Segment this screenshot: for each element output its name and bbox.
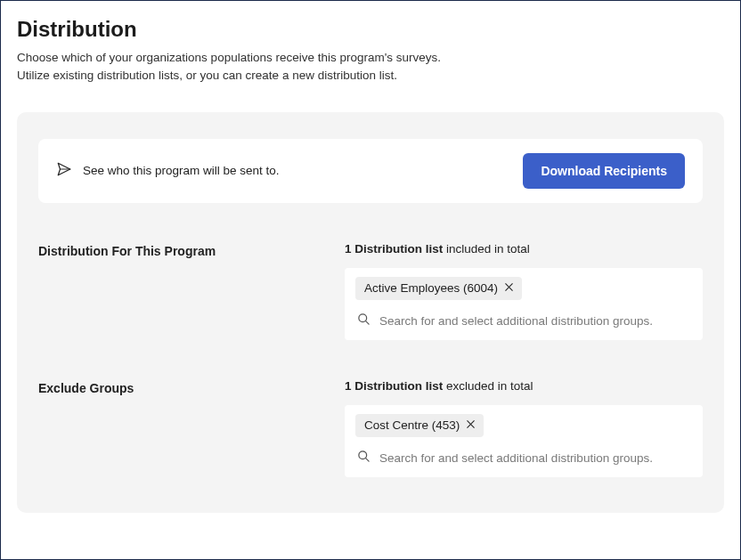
exclude-chip: Cost Centre (453) bbox=[355, 414, 484, 437]
include-list-edit: Active Employees (6004) bbox=[345, 268, 703, 340]
include-count: 1 Distribution list bbox=[345, 242, 443, 256]
send-icon bbox=[56, 161, 72, 181]
exclude-section: Exclude Groups 1 Distribution list exclu… bbox=[38, 379, 703, 477]
exclude-chip-label: Cost Centre (453) bbox=[364, 418, 460, 432]
exclude-section-label: Exclude Groups bbox=[38, 379, 323, 477]
distribution-page: Distribution Choose which of your organi… bbox=[0, 0, 741, 560]
banner-left: See who this program will be sent to. bbox=[56, 161, 280, 181]
exclude-search-input[interactable] bbox=[378, 450, 692, 466]
include-tail: included in total bbox=[443, 242, 530, 256]
include-section: Distribution For This Program 1 Distribu… bbox=[38, 242, 703, 340]
exclude-list-edit: Cost Centre (453) bbox=[345, 405, 703, 477]
exclude-section-body: 1 Distribution list excluded in total Co… bbox=[345, 379, 703, 477]
include-chip: Active Employees (6004) bbox=[355, 277, 522, 300]
close-icon[interactable] bbox=[465, 418, 476, 433]
recipients-banner: See who this program will be sent to. Do… bbox=[38, 139, 703, 203]
include-section-body: 1 Distribution list included in total Ac… bbox=[345, 242, 703, 340]
exclude-tail: excluded in total bbox=[443, 379, 533, 393]
include-search-input[interactable] bbox=[378, 313, 692, 329]
exclude-count: 1 Distribution list bbox=[345, 379, 443, 393]
download-recipients-button[interactable]: Download Recipients bbox=[523, 153, 685, 189]
search-icon bbox=[357, 450, 370, 467]
svg-line-8 bbox=[365, 458, 369, 461]
main-panel: See who this program will be sent to. Do… bbox=[17, 112, 724, 513]
include-chip-label: Active Employees (6004) bbox=[364, 281, 498, 295]
banner-text: See who this program will be sent to. bbox=[83, 164, 280, 177]
include-summary: 1 Distribution list included in total bbox=[345, 242, 703, 256]
include-search-row bbox=[355, 307, 692, 335]
exclude-search-row bbox=[355, 444, 692, 472]
page-description-line1: Choose which of your organizations popul… bbox=[17, 51, 441, 64]
page-description-line2: Utilize existing distribution lists, or … bbox=[17, 69, 397, 82]
search-icon bbox=[357, 312, 370, 329]
include-section-label: Distribution For This Program bbox=[38, 242, 323, 340]
exclude-summary: 1 Distribution list excluded in total bbox=[345, 379, 703, 393]
close-icon[interactable] bbox=[503, 281, 515, 296]
svg-line-4 bbox=[365, 321, 369, 324]
page-description: Choose which of your organizations popul… bbox=[17, 49, 724, 85]
page-title: Distribution bbox=[17, 17, 724, 42]
